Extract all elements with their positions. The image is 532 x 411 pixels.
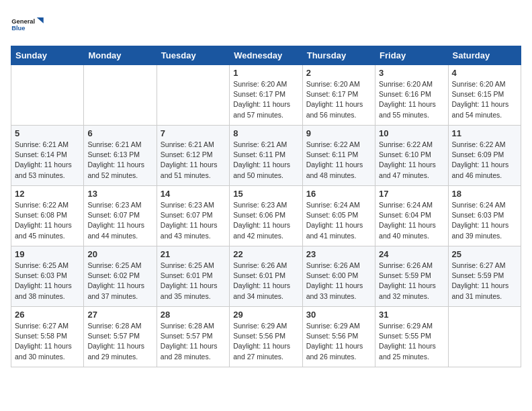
logo: General Blue — [11, 11, 44, 38]
day-info: Sunrise: 6:26 AM Sunset: 5:59 PM Dayligh… — [379, 261, 444, 302]
day-info: Sunrise: 6:26 AM Sunset: 6:00 PM Dayligh… — [306, 261, 371, 302]
day-info: Sunrise: 6:21 AM Sunset: 6:12 PM Dayligh… — [161, 140, 226, 181]
day-number: 21 — [161, 249, 226, 259]
day-info: Sunrise: 6:25 AM Sunset: 6:01 PM Dayligh… — [161, 261, 226, 302]
calendar-cell: 9Sunrise: 6:22 AM Sunset: 6:11 PM Daylig… — [302, 126, 375, 186]
day-info: Sunrise: 6:24 AM Sunset: 6:04 PM Dayligh… — [379, 200, 444, 241]
day-number: 20 — [87, 249, 152, 259]
calendar-cell: 25Sunrise: 6:27 AM Sunset: 5:59 PM Dayli… — [448, 246, 521, 307]
day-info: Sunrise: 6:20 AM Sunset: 6:17 PM Dayligh… — [233, 79, 298, 120]
calendar-cell: 16Sunrise: 6:24 AM Sunset: 6:05 PM Dayli… — [302, 186, 375, 246]
day-number: 8 — [233, 128, 298, 138]
calendar-cell: 12Sunrise: 6:22 AM Sunset: 6:08 PM Dayli… — [11, 186, 84, 246]
calendar-week-row: 12Sunrise: 6:22 AM Sunset: 6:08 PM Dayli… — [11, 186, 521, 246]
day-info: Sunrise: 6:21 AM Sunset: 6:14 PM Dayligh… — [15, 140, 80, 181]
day-number: 26 — [15, 310, 80, 320]
calendar-cell: 20Sunrise: 6:25 AM Sunset: 6:02 PM Dayli… — [84, 246, 157, 307]
calendar-cell: 28Sunrise: 6:28 AM Sunset: 5:57 PM Dayli… — [157, 307, 229, 367]
calendar-cell: 30Sunrise: 6:29 AM Sunset: 5:56 PM Dayli… — [302, 307, 375, 367]
day-info: Sunrise: 6:27 AM Sunset: 5:58 PM Dayligh… — [15, 321, 80, 362]
day-number: 18 — [452, 189, 517, 199]
calendar-cell: 3Sunrise: 6:20 AM Sunset: 6:16 PM Daylig… — [375, 65, 448, 126]
day-info: Sunrise: 6:22 AM Sunset: 6:10 PM Dayligh… — [379, 140, 444, 181]
calendar-cell: 8Sunrise: 6:21 AM Sunset: 6:11 PM Daylig… — [230, 126, 302, 186]
calendar-cell: 15Sunrise: 6:23 AM Sunset: 6:06 PM Dayli… — [230, 186, 302, 246]
day-number: 31 — [379, 310, 444, 320]
day-info: Sunrise: 6:20 AM Sunset: 6:16 PM Dayligh… — [379, 79, 444, 120]
weekday-header-tuesday: Tuesday — [157, 46, 229, 65]
day-info: Sunrise: 6:22 AM Sunset: 6:11 PM Dayligh… — [306, 140, 371, 181]
calendar-cell: 10Sunrise: 6:22 AM Sunset: 6:10 PM Dayli… — [375, 126, 448, 186]
day-info: Sunrise: 6:25 AM Sunset: 6:03 PM Dayligh… — [15, 261, 80, 302]
day-number: 1 — [233, 68, 298, 78]
calendar-cell — [448, 307, 521, 367]
day-number: 2 — [306, 68, 371, 78]
logo-svg: General Blue — [11, 11, 44, 38]
day-info: Sunrise: 6:23 AM Sunset: 6:07 PM Dayligh… — [161, 200, 226, 241]
day-number: 15 — [233, 189, 298, 199]
calendar-cell: 18Sunrise: 6:24 AM Sunset: 6:03 PM Dayli… — [448, 186, 521, 246]
day-number: 5 — [15, 128, 80, 138]
calendar-cell: 2Sunrise: 6:20 AM Sunset: 6:17 PM Daylig… — [302, 65, 375, 126]
day-info: Sunrise: 6:29 AM Sunset: 5:56 PM Dayligh… — [233, 321, 298, 362]
day-info: Sunrise: 6:24 AM Sunset: 6:03 PM Dayligh… — [452, 200, 517, 241]
day-info: Sunrise: 6:24 AM Sunset: 6:05 PM Dayligh… — [306, 200, 371, 241]
calendar-header-row: SundayMondayTuesdayWednesdayThursdayFrid… — [11, 46, 521, 65]
day-info: Sunrise: 6:29 AM Sunset: 5:55 PM Dayligh… — [379, 321, 444, 362]
day-number: 30 — [306, 310, 371, 320]
calendar-cell: 19Sunrise: 6:25 AM Sunset: 6:03 PM Dayli… — [11, 246, 84, 307]
day-number: 12 — [15, 189, 80, 199]
day-number: 6 — [87, 128, 152, 138]
day-number: 10 — [379, 128, 444, 138]
day-info: Sunrise: 6:20 AM Sunset: 6:15 PM Dayligh… — [452, 79, 517, 120]
weekday-header-friday: Friday — [375, 46, 448, 65]
day-number: 9 — [306, 128, 371, 138]
calendar-week-row: 1Sunrise: 6:20 AM Sunset: 6:17 PM Daylig… — [11, 65, 521, 126]
calendar-cell: 11Sunrise: 6:22 AM Sunset: 6:09 PM Dayli… — [448, 126, 521, 186]
day-number: 7 — [161, 128, 226, 138]
day-info: Sunrise: 6:28 AM Sunset: 5:57 PM Dayligh… — [161, 321, 226, 362]
svg-text:Blue: Blue — [11, 25, 25, 32]
day-info: Sunrise: 6:29 AM Sunset: 5:56 PM Dayligh… — [306, 321, 371, 362]
day-info: Sunrise: 6:21 AM Sunset: 6:13 PM Dayligh… — [87, 140, 152, 181]
weekday-header-thursday: Thursday — [302, 46, 375, 65]
day-number: 13 — [87, 189, 152, 199]
day-info: Sunrise: 6:26 AM Sunset: 6:01 PM Dayligh… — [233, 261, 298, 302]
day-number: 22 — [233, 249, 298, 259]
calendar-table: SundayMondayTuesdayWednesdayThursdayFrid… — [11, 46, 521, 367]
calendar-cell: 14Sunrise: 6:23 AM Sunset: 6:07 PM Dayli… — [157, 186, 229, 246]
day-info: Sunrise: 6:23 AM Sunset: 6:06 PM Dayligh… — [233, 200, 298, 241]
calendar-cell: 26Sunrise: 6:27 AM Sunset: 5:58 PM Dayli… — [11, 307, 84, 367]
day-number: 17 — [379, 189, 444, 199]
calendar-cell: 29Sunrise: 6:29 AM Sunset: 5:56 PM Dayli… — [230, 307, 302, 367]
page-header: General Blue — [11, 11, 521, 38]
day-number: 29 — [233, 310, 298, 320]
day-info: Sunrise: 6:23 AM Sunset: 6:07 PM Dayligh… — [87, 200, 152, 241]
day-number: 25 — [452, 249, 517, 259]
calendar-week-row: 5Sunrise: 6:21 AM Sunset: 6:14 PM Daylig… — [11, 126, 521, 186]
day-number: 27 — [87, 310, 152, 320]
calendar-cell: 6Sunrise: 6:21 AM Sunset: 6:13 PM Daylig… — [84, 126, 157, 186]
calendar-cell — [11, 65, 84, 126]
calendar-cell: 21Sunrise: 6:25 AM Sunset: 6:01 PM Dayli… — [157, 246, 229, 307]
weekday-header-monday: Monday — [84, 46, 157, 65]
calendar-cell — [84, 65, 157, 126]
weekday-header-wednesday: Wednesday — [230, 46, 302, 65]
calendar-cell: 22Sunrise: 6:26 AM Sunset: 6:01 PM Dayli… — [230, 246, 302, 307]
day-number: 4 — [452, 68, 517, 78]
calendar-week-row: 26Sunrise: 6:27 AM Sunset: 5:58 PM Dayli… — [11, 307, 521, 367]
calendar-cell: 17Sunrise: 6:24 AM Sunset: 6:04 PM Dayli… — [375, 186, 448, 246]
calendar-cell: 31Sunrise: 6:29 AM Sunset: 5:55 PM Dayli… — [375, 307, 448, 367]
weekday-header-saturday: Saturday — [448, 46, 521, 65]
calendar-cell: 24Sunrise: 6:26 AM Sunset: 5:59 PM Dayli… — [375, 246, 448, 307]
day-number: 28 — [161, 310, 226, 320]
day-number: 19 — [15, 249, 80, 259]
day-number: 3 — [379, 68, 444, 78]
calendar-week-row: 19Sunrise: 6:25 AM Sunset: 6:03 PM Dayli… — [11, 246, 521, 307]
calendar-cell: 1Sunrise: 6:20 AM Sunset: 6:17 PM Daylig… — [230, 65, 302, 126]
calendar-cell: 4Sunrise: 6:20 AM Sunset: 6:15 PM Daylig… — [448, 65, 521, 126]
calendar-cell: 23Sunrise: 6:26 AM Sunset: 6:00 PM Dayli… — [302, 246, 375, 307]
calendar-cell — [157, 65, 229, 126]
day-info: Sunrise: 6:22 AM Sunset: 6:09 PM Dayligh… — [452, 140, 517, 181]
day-number: 23 — [306, 249, 371, 259]
